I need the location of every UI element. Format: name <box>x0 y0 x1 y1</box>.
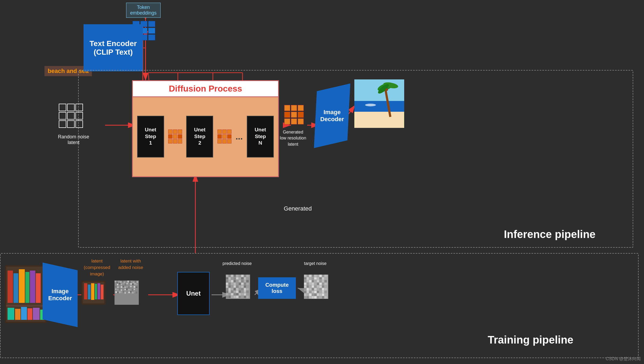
svg-rect-82 <box>126 283 128 284</box>
svg-rect-287 <box>324 296 327 299</box>
svg-rect-235 <box>307 283 309 285</box>
svg-rect-71 <box>129 281 131 283</box>
svg-rect-93 <box>124 286 126 288</box>
svg-rect-285 <box>319 296 322 299</box>
svg-rect-259 <box>322 288 324 290</box>
svg-rect-250 <box>322 285 324 288</box>
svg-rect-205 <box>246 296 249 298</box>
svg-rect-99 <box>136 286 137 288</box>
svg-rect-197 <box>226 296 228 298</box>
svg-rect-94 <box>126 286 128 287</box>
svg-rect-254 <box>309 288 311 290</box>
predicted-noise-image <box>226 275 250 299</box>
svg-rect-63 <box>115 281 116 282</box>
svg-rect-142 <box>246 277 249 279</box>
svg-rect-97 <box>132 286 133 288</box>
svg-rect-272 <box>309 293 311 296</box>
svg-rect-181 <box>231 290 233 293</box>
svg-rect-180 <box>228 290 231 293</box>
svg-rect-211 <box>314 275 317 277</box>
svg-rect-119 <box>128 292 130 293</box>
svg-rect-231 <box>319 280 322 282</box>
svg-rect-230 <box>317 280 319 282</box>
svg-rect-116 <box>123 291 124 292</box>
svg-rect-177 <box>244 288 246 290</box>
svg-rect-258 <box>319 288 322 290</box>
svg-rect-135 <box>228 277 231 280</box>
svg-rect-125 <box>226 275 228 277</box>
svg-rect-166 <box>239 285 241 288</box>
svg-rect-207 <box>304 275 306 277</box>
books-input-image <box>5 265 47 323</box>
svg-rect-191 <box>234 293 236 296</box>
svg-rect-223 <box>322 277 324 280</box>
svg-rect-143 <box>226 280 228 282</box>
mini-grid-1 <box>168 130 182 144</box>
svg-rect-185 <box>241 290 244 293</box>
svg-rect-192 <box>236 293 238 295</box>
svg-rect-146 <box>234 280 236 282</box>
svg-rect-184 <box>239 290 241 293</box>
svg-rect-248 <box>317 285 319 288</box>
svg-rect-236 <box>309 283 311 285</box>
svg-rect-253 <box>307 288 309 290</box>
svg-rect-83 <box>128 284 130 285</box>
svg-rect-105 <box>124 289 126 290</box>
svg-point-37 <box>385 88 388 91</box>
svg-rect-245 <box>309 285 311 288</box>
unet-train-block: Unet <box>177 272 210 315</box>
svg-rect-255 <box>312 288 314 290</box>
svg-rect-111 <box>135 289 137 290</box>
svg-rect-160 <box>246 283 249 285</box>
svg-rect-169 <box>246 285 249 288</box>
text-encoder-box: Text Encoder(CLIP Text) <box>84 24 143 71</box>
svg-rect-190 <box>231 293 233 295</box>
svg-rect-208 <box>307 275 309 277</box>
svg-rect-133 <box>246 275 249 277</box>
svg-rect-216 <box>304 277 306 279</box>
svg-rect-47 <box>6 305 45 307</box>
mini-grid-2 <box>217 130 231 144</box>
svg-rect-267 <box>319 291 322 293</box>
svg-rect-48 <box>8 308 14 320</box>
svg-rect-161 <box>226 285 228 288</box>
diffusion-title: Diffusion Process <box>133 81 278 97</box>
compute-loss-box[interactable]: Computeloss <box>258 277 296 299</box>
svg-rect-220 <box>314 277 317 279</box>
unet-step-2: UnetStep2 <box>186 116 213 158</box>
random-noise-grid <box>59 104 83 128</box>
svg-rect-57 <box>88 285 91 299</box>
svg-rect-123 <box>136 292 137 293</box>
svg-rect-256 <box>314 288 317 290</box>
svg-rect-159 <box>244 283 246 285</box>
svg-rect-156 <box>236 283 238 285</box>
svg-rect-163 <box>231 285 233 288</box>
svg-rect-194 <box>241 293 244 295</box>
svg-rect-32 <box>354 112 404 128</box>
svg-rect-50 <box>21 307 27 320</box>
svg-rect-128 <box>234 275 236 277</box>
svg-rect-193 <box>239 293 241 296</box>
svg-rect-183 <box>236 290 238 293</box>
svg-rect-246 <box>312 285 314 288</box>
svg-rect-182 <box>234 290 236 293</box>
svg-rect-49 <box>15 309 20 320</box>
svg-rect-275 <box>317 293 319 296</box>
svg-rect-132 <box>244 275 246 277</box>
svg-rect-171 <box>228 288 231 290</box>
svg-rect-157 <box>239 283 241 285</box>
svg-rect-243 <box>304 285 306 288</box>
svg-rect-72 <box>131 281 132 282</box>
svg-rect-198 <box>228 296 231 298</box>
svg-rect-186 <box>244 290 246 293</box>
svg-rect-67 <box>122 281 123 282</box>
unet-step-1: UnetStep1 <box>137 116 164 158</box>
svg-rect-202 <box>239 296 241 298</box>
svg-rect-201 <box>236 296 238 298</box>
svg-rect-262 <box>307 291 309 293</box>
svg-rect-247 <box>314 285 317 288</box>
svg-rect-89 <box>117 286 119 288</box>
svg-rect-41 <box>8 271 13 303</box>
svg-rect-100 <box>115 289 116 290</box>
svg-rect-58 <box>91 283 94 300</box>
